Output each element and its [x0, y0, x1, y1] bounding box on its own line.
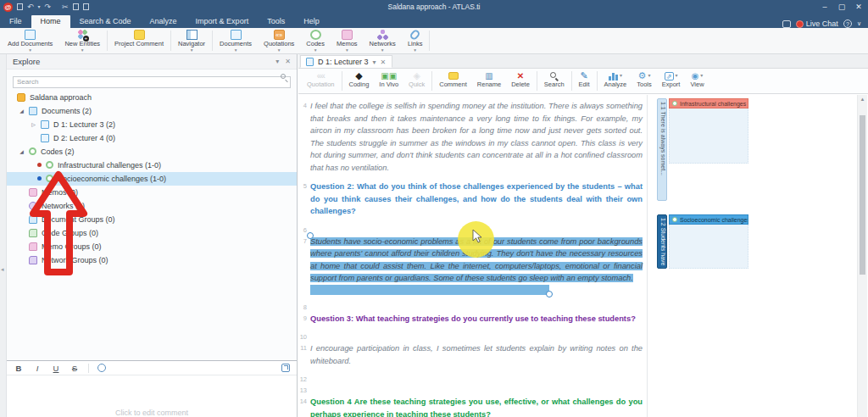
tree-item-project[interactable]: Saldana approach — [7, 91, 297, 104]
tab-file[interactable]: File — [0, 15, 31, 28]
copy-icon[interactable] — [73, 3, 79, 10]
expander-expanded-icon[interactable]: ◢ — [19, 148, 25, 154]
tree-item-d2-lecturer4[interactable]: D 2: Lecturer 4 (0) — [7, 131, 297, 145]
tree-item-socioeconomic-challenges[interactable]: Socioeconomic challenges (1-0) — [7, 172, 297, 186]
strikethrough-button[interactable]: S — [70, 364, 80, 373]
paragraph-line-11[interactable]: 11 I encourage participation in class, I… — [298, 342, 648, 367]
live-chat-button[interactable]: Live Chat — [796, 19, 838, 28]
quotation-bar-1-2-selected[interactable]: 1:2 Students have s... — [657, 214, 667, 269]
tree-item-networks[interactable]: Networks (0) — [7, 199, 297, 213]
undo-icon[interactable]: ↶ — [27, 3, 34, 11]
networks-button[interactable]: Networks▾ — [364, 28, 402, 53]
bold-button[interactable]: B — [14, 364, 24, 373]
paragraph-line-5-question2[interactable]: 5 Question 2: What do you think of those… — [298, 181, 648, 218]
project-comment-button[interactable]: Project Comment — [108, 28, 170, 53]
analyze-button[interactable]: ▾ Analyze — [599, 69, 632, 93]
tree-item-document-groups[interactable]: Document Groups (0) — [7, 213, 297, 226]
italic-button[interactable]: I — [32, 364, 42, 373]
project-explorer-tree: Saldana approach ◢ Documents (2) ▷ D 1: … — [7, 91, 297, 267]
code-chip-socioeconomic-challenges[interactable]: Socioeconomic challenges — [669, 214, 748, 225]
panel-close-icon[interactable]: ✕ — [285, 58, 291, 65]
memos-button[interactable]: Memos▾ — [331, 28, 364, 53]
collapse-ribbon-icon[interactable]: ∨ — [857, 20, 861, 27]
tree-item-memo-groups[interactable]: Memo Groups (0) — [7, 240, 297, 253]
close-button[interactable]: ✕ — [851, 1, 866, 13]
rename-button[interactable]: ▥ Rename — [472, 69, 506, 93]
view-button[interactable]: ◉▾ View — [685, 69, 709, 93]
tree-item-memos[interactable]: Memos (0) — [7, 186, 297, 199]
panel-collapse-strip[interactable]: ◂ — [0, 54, 7, 417]
quotations-button[interactable]: «» Quotations▾ — [258, 28, 300, 53]
tab-import-export[interactable]: Import & Export — [186, 15, 259, 28]
add-documents-button[interactable]: Add Documents▾ — [2, 28, 58, 53]
document-text[interactable]: 4 I feel that the college is selfish in … — [298, 100, 648, 417]
tools-button[interactable]: ⚙▾ Tools — [632, 69, 657, 93]
explore-panel-title: Explore — [13, 57, 40, 66]
code-region-1[interactable] — [669, 108, 748, 164]
export-button[interactable]: ⇗▾ Export — [657, 69, 686, 93]
comment-placeholder[interactable]: Click to edit comment — [7, 409, 297, 417]
codes-button[interactable]: Codes▾ — [300, 28, 331, 53]
redo-icon[interactable]: ↷ — [45, 3, 52, 11]
save-icon[interactable] — [17, 3, 23, 10]
paragraph-line-14-question4[interactable]: 14 Question 4 Are these teaching strateg… — [298, 396, 648, 417]
tree-item-codes[interactable]: ◢ Codes (2) — [7, 145, 297, 158]
quotation-bar-1-1[interactable]: 1:1 There is always somet... — [657, 98, 667, 201]
networks-icon — [29, 202, 37, 210]
minimize-button[interactable]: – — [817, 1, 832, 13]
document-icon — [41, 120, 49, 129]
delete-button[interactable]: ✕ Delete — [506, 69, 535, 93]
scroll-up-icon[interactable]: ▲ — [858, 97, 867, 102]
paragraph-line-9-question3[interactable]: 9 Question 3: What teaching strategies d… — [298, 313, 648, 325]
dropdown-caret-icon: ▾ — [346, 48, 348, 52]
in-vivo-button[interactable]: ▣▣ In Vivo — [374, 69, 403, 93]
new-entities-icon — [77, 30, 88, 40]
paragraph-line-4[interactable]: 4 I feel that the college is selfish in … — [298, 100, 648, 174]
tab-help[interactable]: Help — [294, 15, 329, 28]
tree-item-documents[interactable]: ◢ Documents (2) — [7, 104, 297, 118]
code-region-2[interactable] — [669, 225, 748, 269]
panel-pin-icon[interactable]: ▾ — [275, 58, 279, 65]
tree-item-code-groups[interactable]: Code Groups (0) — [7, 226, 297, 240]
undo-caret-icon[interactable]: ▾ — [38, 3, 41, 11]
new-entities-button[interactable]: New Entities▾ — [58, 28, 106, 53]
tree-item-d1-lecturer3[interactable]: ▷ D 1: Lecturer 3 (2) — [7, 118, 297, 131]
links-button[interactable]: Links▾ — [402, 28, 429, 53]
tab-home[interactable]: Home — [31, 15, 70, 28]
maximize-button[interactable]: ▢ — [834, 1, 849, 13]
coding-button[interactable]: ◆ Coding — [344, 69, 375, 93]
code-icon — [672, 101, 677, 106]
add-documents-icon — [25, 30, 36, 40]
scrollbar-thumb[interactable] — [860, 115, 865, 275]
line-number: 13 — [298, 385, 310, 396]
paste-icon[interactable] — [83, 3, 89, 10]
blank-line-13: 13 — [298, 385, 648, 396]
tab-analyze[interactable]: Analyze — [141, 15, 186, 28]
search-input[interactable] — [13, 76, 291, 88]
cut-icon[interactable]: ✂ — [62, 3, 69, 11]
tree-item-network-groups[interactable]: Network Groups (0) — [7, 253, 297, 267]
code-chip-infrastructural-challenges[interactable]: Infrastructural challenges — [669, 98, 748, 108]
tree-item-infrastructural-challenges[interactable]: Infrastructural challenges (1-0) — [7, 158, 297, 172]
document-tab-d1-lecturer3[interactable]: D 1: Lecturer 3 ▾ ✕ — [300, 55, 392, 68]
edit-button[interactable]: ✎ Edit — [574, 69, 595, 93]
documents-button[interactable]: Documents▾ — [214, 28, 258, 53]
feedback-icon[interactable] — [782, 20, 791, 28]
search-icon — [550, 72, 559, 81]
vertical-scrollbar[interactable]: ▲ — [857, 95, 867, 417]
open-comment-window-icon[interactable] — [281, 364, 290, 372]
dropdown-caret-icon: ▾ — [314, 48, 317, 52]
emoji-icon[interactable] — [97, 364, 106, 372]
navigator-button[interactable]: Navigator▾ — [172, 28, 211, 53]
underline-button[interactable]: U — [51, 364, 61, 373]
tab-close-icon[interactable]: ✕ — [381, 58, 387, 66]
tab-dropdown-icon[interactable]: ▾ — [373, 58, 376, 66]
tab-search-and-code[interactable]: Search & Code — [70, 15, 141, 28]
line-number: 12 — [298, 374, 310, 385]
comment-button[interactable]: Comment — [434, 69, 472, 93]
expander-expanded-icon[interactable]: ◢ — [19, 108, 25, 114]
expander-collapsed-icon[interactable]: ▷ — [31, 121, 36, 127]
help-icon[interactable]: ? — [843, 19, 852, 28]
tab-tools[interactable]: Tools — [258, 15, 294, 28]
search-button[interactable]: Search — [539, 69, 570, 93]
